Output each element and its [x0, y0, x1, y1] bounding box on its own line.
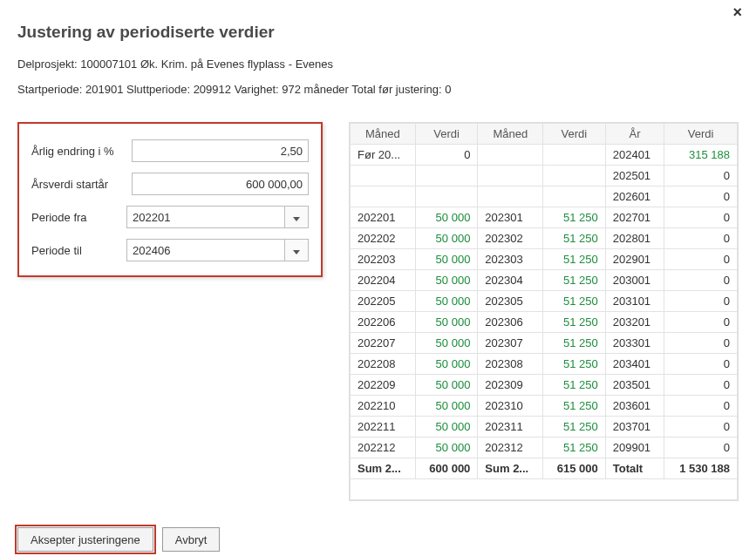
accept-button[interactable]: Aksepter justeringene	[17, 527, 153, 552]
adjustment-form: Årlig endring i % Årsverdi startår Perio…	[17, 122, 323, 277]
table-cell: 50 000	[415, 354, 478, 375]
table-cell: 202201	[351, 207, 416, 228]
table-row: 20221050 00020231051 2502036010	[351, 396, 738, 417]
period-from-label: Periode fra	[31, 211, 126, 224]
column-header: Verdi	[664, 124, 738, 145]
table-cell	[351, 479, 738, 500]
table-cell: 202301	[478, 207, 543, 228]
table-sum-row: Sum 2...600 000Sum 2...615 000Totalt1 53…	[351, 458, 738, 479]
table-cell: 202310	[478, 396, 543, 417]
table-cell: 50 000	[415, 291, 478, 312]
table-cell: 202601	[605, 186, 664, 207]
table-cell	[478, 145, 543, 166]
table-row: 20220550 00020230551 2502031010	[351, 291, 738, 312]
table-row: 20220250 00020230251 2502028010	[351, 228, 738, 249]
table-cell: 51 250	[543, 270, 606, 291]
table-cell	[478, 186, 543, 207]
table-cell: 50 000	[415, 417, 478, 437]
table-cell: 50 000	[415, 312, 478, 333]
table-cell	[543, 145, 606, 166]
table-cell: 202304	[478, 270, 543, 291]
table-cell: 202311	[478, 417, 543, 437]
table-cell	[415, 186, 478, 207]
table-cell: 202205	[351, 291, 416, 312]
table-cell: 202302	[478, 228, 543, 249]
table-cell: 202202	[351, 228, 416, 249]
cancel-button[interactable]: Avbryt	[162, 527, 221, 552]
table-cell: 203001	[605, 270, 664, 291]
table-cell: 1 530 188	[664, 458, 738, 479]
table-cell: 0	[664, 396, 738, 417]
table-cell: 0	[664, 207, 738, 228]
period-to-dropdown-button[interactable]	[284, 239, 309, 261]
annual-change-input[interactable]	[132, 139, 309, 162]
table-row: 20220950 00020230951 2502035010	[351, 375, 738, 396]
start-value-label: Årsverdi startår	[31, 178, 132, 191]
table-row: 20220450 00020230451 2502030010	[351, 270, 738, 291]
table-cell: 51 250	[543, 396, 606, 417]
start-value-input[interactable]	[132, 173, 309, 195]
table-row: 20220350 00020230351 2502029010	[351, 249, 738, 270]
table-cell	[351, 186, 416, 207]
table-row	[351, 479, 738, 500]
table-cell: 51 250	[543, 437, 606, 458]
table-row: 2026010	[351, 186, 738, 207]
table-cell: 0	[664, 270, 738, 291]
table-cell: 0	[664, 354, 738, 375]
values-table: MånedVerdiMånedVerdiÅrVerdi Før 20...020…	[349, 122, 739, 501]
table-cell: 0	[664, 437, 738, 458]
table-cell: 0	[664, 312, 738, 333]
table-cell: 202312	[478, 437, 543, 458]
table-cell: 0	[664, 417, 738, 437]
table-cell: 203401	[605, 354, 664, 375]
table-cell: 202208	[351, 354, 416, 375]
table-cell: 202305	[478, 291, 543, 312]
table-cell: 51 250	[543, 291, 606, 312]
table-row: 2025010	[351, 166, 738, 186]
table-cell: 50 000	[415, 396, 478, 417]
table-row: 20220150 00020230151 2502027010	[351, 207, 738, 228]
table-row: Før 20...0202401315 188	[351, 145, 738, 166]
period-from-dropdown-button[interactable]	[284, 206, 309, 228]
table-cell: Sum 2...	[478, 458, 543, 479]
column-header: Måned	[351, 124, 416, 145]
table-row: 20220750 00020230751 2502033010	[351, 333, 738, 354]
table-cell	[478, 166, 543, 186]
period-to-input[interactable]	[126, 239, 284, 261]
table-cell: 0	[664, 186, 738, 207]
table-cell: 50 000	[415, 228, 478, 249]
table-cell: 51 250	[543, 228, 606, 249]
table-cell: 51 250	[543, 312, 606, 333]
table-cell: 202801	[605, 228, 664, 249]
table-cell: 50 000	[415, 270, 478, 291]
table-cell: 202212	[351, 437, 416, 458]
table-cell: 600 000	[415, 458, 478, 479]
table-cell: 51 250	[543, 354, 606, 375]
table-row: 20220650 00020230651 2502032010	[351, 312, 738, 333]
table-cell: 51 250	[543, 417, 606, 437]
table-cell: 203301	[605, 333, 664, 354]
table-row: 20221150 00020231151 2502037010	[351, 417, 738, 437]
table-cell: 315 188	[664, 145, 738, 166]
table-cell: 202209	[351, 375, 416, 396]
table-cell: 615 000	[543, 458, 606, 479]
close-icon[interactable]: ×	[732, 3, 742, 22]
table-cell	[543, 186, 606, 207]
period-line: Startperiode: 201901 Sluttperiode: 20991…	[17, 83, 739, 96]
table-cell: 0	[664, 333, 738, 354]
table-cell: 0	[664, 228, 738, 249]
column-header: Verdi	[543, 124, 606, 145]
table-cell: 202901	[605, 249, 664, 270]
column-header: År	[605, 124, 664, 145]
table-cell	[543, 166, 606, 186]
chevron-down-icon	[293, 244, 300, 257]
table-cell: 202203	[351, 249, 416, 270]
table-cell: 203201	[605, 312, 664, 333]
table-cell: 51 250	[543, 207, 606, 228]
table-cell: 51 250	[543, 375, 606, 396]
table-cell: 202303	[478, 249, 543, 270]
table-cell: 51 250	[543, 333, 606, 354]
table-cell: 202309	[478, 375, 543, 396]
table-cell: 50 000	[415, 249, 478, 270]
period-from-input[interactable]	[126, 206, 284, 228]
